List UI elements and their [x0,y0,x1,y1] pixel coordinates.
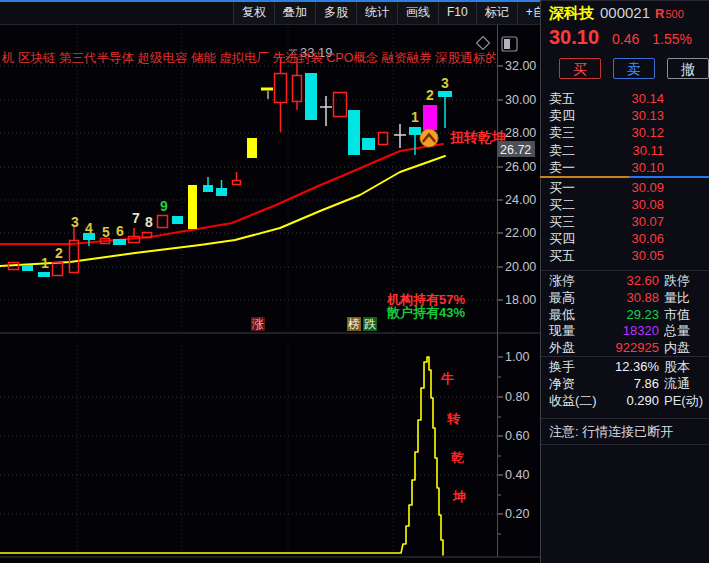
stat-label: 最低 [549,307,575,324]
stat-row: 最低29.23市值 [541,307,709,324]
panel-toggle-fill [504,39,510,49]
sell-button[interactable]: 卖 [613,58,655,79]
book-level-price: 30.12 [575,124,664,141]
signal-number-marker: 3 [71,214,79,230]
candlestick [172,216,183,224]
candlestick [362,138,375,150]
signal-number-marker: 5 [102,224,110,240]
signal-number-marker: 7 [132,210,140,226]
order-book-row[interactable]: 买一30.09 [541,179,709,196]
stat-value: 12.36% [575,359,659,376]
trade-buttons: 买 卖 撤 [541,58,709,80]
book-level-price: 30.09 [575,179,664,196]
book-level-price: 30.08 [575,196,664,213]
candlestick [70,241,79,273]
toolbar-button[interactable]: 标记 [476,2,517,24]
price-change-percent: 1.55% [652,31,692,47]
order-book-row[interactable]: 卖二30.11 [541,142,709,159]
order-book-row[interactable]: 卖四30.13 [541,107,709,124]
book-level-price: 30.11 [575,142,664,159]
book-level-label: 卖四 [549,107,575,124]
toolbar-button[interactable]: 多股 [315,2,356,24]
stat-row: 外盘922925内盘 [541,340,709,357]
margin-tag-icon: R [655,6,664,21]
stat-label-2: 市值 [664,307,709,324]
axis-label: 20.00 [505,260,536,274]
order-book-row[interactable]: 买四30.06 [541,230,709,247]
toolbar-button[interactable]: 叠加 [274,2,315,24]
signal-number-marker: 2 [426,87,434,103]
rank-badge[interactable]: 涨 [251,317,265,331]
toolbar-button[interactable]: F10 [438,2,476,24]
candlestick [438,91,452,97]
indicator-spike [0,357,443,555]
rank-badge[interactable]: 跌 [363,317,377,331]
quote-panel: 深科技 000021 R 500 30.10 0.46 1.55% 买 卖 撤 … [540,0,709,563]
order-book-row[interactable]: 买五30.05 [541,247,709,264]
chart-toolbar: 复权叠加多股统计画线F10标记+自选返回 [0,2,540,25]
diamond-icon[interactable] [477,37,490,50]
stat-value: 29.23 [575,307,659,324]
stat-label: 收益(二) [549,393,597,410]
signal-number-marker: 9 [160,198,168,214]
signal-number-marker: 2 [55,245,63,261]
order-book-row[interactable]: 卖五30.14 [541,90,709,107]
book-level-price: 30.05 [575,247,664,264]
order-book-row[interactable]: 买二30.08 [541,196,709,213]
candlestick [293,76,302,102]
stat-value: 18320 [575,323,659,340]
buy-button[interactable]: 买 [559,58,601,79]
price-change: 0.46 [612,31,639,47]
divider [541,356,709,357]
candlestick [379,133,388,145]
candlestick [188,185,197,229]
price-chart[interactable]: 32.0030.0028.0026.0024.0022.0020.0018.00… [0,0,540,563]
stat-value: 32.60 [575,273,659,290]
candlestick [334,93,347,117]
stock-code: 000021 [600,4,650,21]
ma-value-text: 26.72 [500,143,531,157]
candlestick [275,74,287,103]
chart-area: 32.0030.0028.0026.0024.0022.0020.0018.00… [0,0,540,563]
stat-row: 现量18320总量 [541,323,709,340]
axis-label: 32.00 [505,59,536,73]
stats-block: 涨停32.60跌停最高30.88量比最低29.23市值现量18320总量外盘92… [541,273,709,357]
candlestick [409,127,421,135]
stat-label-2: 股本 [664,359,709,376]
stat-label-2: 量比 [664,290,709,307]
order-book-row[interactable]: 卖一30.10 [541,159,709,176]
order-book-row[interactable]: 卖三30.12 [541,124,709,141]
axis-label: 0.80 [505,390,529,404]
stat-label: 涨停 [549,273,575,290]
stat-label: 现量 [549,323,575,340]
last-price: 30.10 [549,26,599,49]
candlestick [216,188,227,196]
book-level-label: 卖二 [549,142,575,159]
axis-label: 0.20 [505,507,529,521]
candlestick [113,239,126,245]
buy-signal-icon [420,129,438,147]
stat-value: 922925 [575,340,659,357]
axis-label: 24.00 [505,193,536,207]
candlestick [22,265,33,271]
signal-number-marker: 1 [411,109,419,125]
rank-badge[interactable]: 榜 [347,317,361,331]
order-book-row[interactable]: 买三30.07 [541,213,709,230]
book-level-label: 卖一 [549,159,575,176]
book-level-label: 买三 [549,213,575,230]
book-level-label: 卖五 [549,90,575,107]
candlestick [203,185,213,192]
book-level-label: 买二 [549,196,575,213]
toolbar-button[interactable]: 画线 [397,2,438,24]
candlestick [423,105,437,130]
vertical-signal-text: 坤 [452,489,466,504]
candlestick [143,233,152,238]
toolbar-button[interactable]: 复权 [233,2,274,24]
signal-number-marker: 8 [145,214,153,230]
candlestick [348,110,360,155]
stat-label: 外盘 [549,340,575,357]
ma-line-yellow [0,156,445,266]
cancel-order-button[interactable]: 撤 [667,58,709,79]
toolbar-button[interactable]: 统计 [356,2,397,24]
book-level-label: 买四 [549,230,575,247]
